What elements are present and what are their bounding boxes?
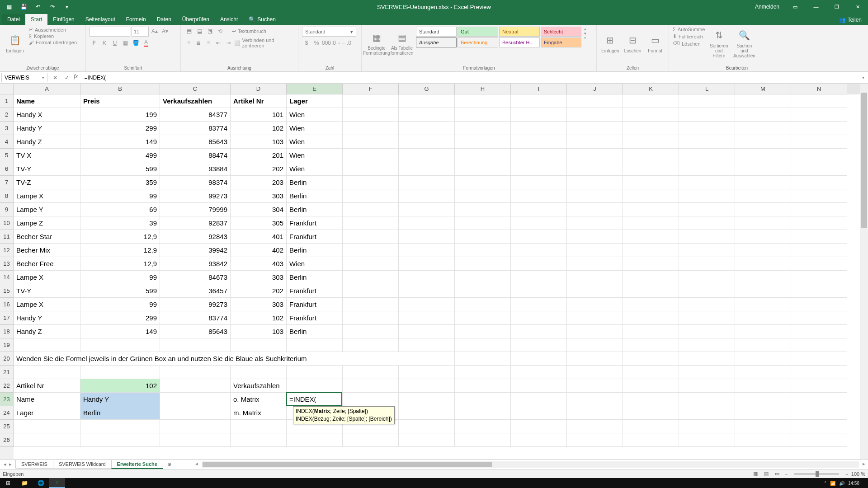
cell[interactable] <box>679 352 735 366</box>
cell[interactable]: 39942 <box>160 244 231 257</box>
cell[interactable] <box>623 162 679 176</box>
cell[interactable]: Berlin <box>287 325 343 338</box>
cell[interactable] <box>343 257 399 271</box>
cell[interactable]: Frankfurt <box>287 230 343 244</box>
view-page-layout-icon[interactable]: ▤ <box>761 470 771 478</box>
row-header-14[interactable]: 14 <box>0 271 14 284</box>
cell[interactable] <box>791 216 847 230</box>
sheet-nav-last-icon[interactable]: ▸ <box>9 461 12 467</box>
cell[interactable] <box>160 433 231 447</box>
cell[interactable] <box>399 176 455 189</box>
cell[interactable] <box>343 108 399 122</box>
name-box[interactable]: VERWEIS▾ <box>1 73 47 82</box>
fx-icon[interactable]: fx <box>73 73 80 83</box>
cell[interactable] <box>399 257 455 271</box>
cell[interactable] <box>791 311 847 325</box>
cell[interactable]: 199 <box>80 108 160 122</box>
cell[interactable] <box>567 366 623 379</box>
cell[interactable] <box>399 338 455 352</box>
tab-data[interactable]: Daten <box>151 14 177 25</box>
cell[interactable]: Name <box>14 94 80 108</box>
column-header-M[interactable]: M <box>735 84 791 94</box>
cell[interactable] <box>679 284 735 298</box>
cell[interactable]: 103 <box>231 135 287 149</box>
cell[interactable] <box>567 433 623 447</box>
cell[interactable] <box>511 352 567 366</box>
cell[interactable] <box>455 216 511 230</box>
cell[interactable] <box>623 298 679 311</box>
cell[interactable] <box>14 366 80 379</box>
cell[interactable] <box>287 366 343 379</box>
align-center-icon[interactable]: ≣ <box>194 38 203 47</box>
cell[interactable]: 599 <box>80 284 160 298</box>
cell[interactable]: 12,9 <box>80 244 160 257</box>
hscroll-right-icon[interactable]: ▸ <box>863 461 865 467</box>
cell[interactable] <box>511 257 567 271</box>
row-header-1[interactable]: 1 <box>0 94 14 108</box>
cell[interactable] <box>679 216 735 230</box>
cell[interactable] <box>455 149 511 162</box>
currency-icon[interactable]: $ <box>302 38 311 47</box>
cell[interactable]: Berlin <box>287 244 343 257</box>
cell[interactable] <box>679 379 735 393</box>
cell[interactable] <box>399 162 455 176</box>
cell[interactable] <box>455 433 511 447</box>
cell[interactable] <box>14 420 80 433</box>
cell[interactable] <box>80 338 160 352</box>
cell[interactable] <box>679 257 735 271</box>
cell[interactable] <box>623 379 679 393</box>
cell[interactable] <box>623 271 679 284</box>
cell[interactable] <box>399 189 455 203</box>
cell[interactable] <box>735 311 791 325</box>
row-header-23[interactable]: 23 <box>0 393 14 406</box>
cell[interactable] <box>567 149 623 162</box>
cell[interactable]: 102 <box>231 122 287 135</box>
column-header-J[interactable]: J <box>567 84 623 94</box>
cell[interactable] <box>679 244 735 257</box>
cell[interactable] <box>735 393 791 406</box>
cell[interactable] <box>679 298 735 311</box>
cell[interactable] <box>791 244 847 257</box>
cell[interactable] <box>567 122 623 135</box>
cell[interactable] <box>343 271 399 284</box>
cell[interactable] <box>343 176 399 189</box>
cell[interactable]: 36457 <box>160 284 231 298</box>
style-scroll-down-icon[interactable]: ▾ <box>584 31 586 36</box>
cell[interactable]: 303 <box>231 189 287 203</box>
cell[interactable] <box>160 393 231 406</box>
row-header-8[interactable]: 8 <box>0 189 14 203</box>
cell[interactable] <box>623 189 679 203</box>
style-gut[interactable]: Gut <box>458 27 498 37</box>
cell[interactable]: Name <box>14 393 80 406</box>
cell[interactable] <box>231 366 287 379</box>
cell[interactable] <box>623 176 679 189</box>
cell[interactable] <box>735 379 791 393</box>
cell[interactable]: TV-Z <box>14 176 80 189</box>
cell[interactable] <box>399 298 455 311</box>
cell[interactable]: Lampe X <box>14 271 80 284</box>
indent-dec-icon[interactable]: ⇤ <box>214 38 223 47</box>
style-neutral[interactable]: Neutral <box>499 27 540 37</box>
cancel-formula-icon[interactable]: ✕ <box>49 73 61 83</box>
share-button[interactable]: 👥Teilen <box>833 15 868 25</box>
cell[interactable] <box>791 284 847 298</box>
cell[interactable] <box>791 257 847 271</box>
cell[interactable] <box>791 366 847 379</box>
percent-icon[interactable]: % <box>312 38 321 47</box>
cell[interactable] <box>455 338 511 352</box>
cell[interactable] <box>511 189 567 203</box>
tray-sound-icon[interactable]: 🔊 <box>839 481 844 486</box>
cell[interactable] <box>511 338 567 352</box>
align-middle-icon[interactable]: ⬓ <box>195 27 204 36</box>
font-size-select[interactable] <box>132 27 149 37</box>
cell[interactable] <box>679 393 735 406</box>
insert-cells-button[interactable]: ⊞Einfügen <box>600 27 620 59</box>
cell[interactable] <box>231 338 287 352</box>
cell[interactable] <box>623 325 679 338</box>
underline-icon[interactable]: U <box>110 38 119 47</box>
cell[interactable]: 202 <box>231 284 287 298</box>
cell[interactable]: Lampe X <box>14 298 80 311</box>
cell[interactable] <box>791 108 847 122</box>
cell[interactable] <box>343 325 399 338</box>
scrollbar-thumb[interactable] <box>861 93 867 228</box>
